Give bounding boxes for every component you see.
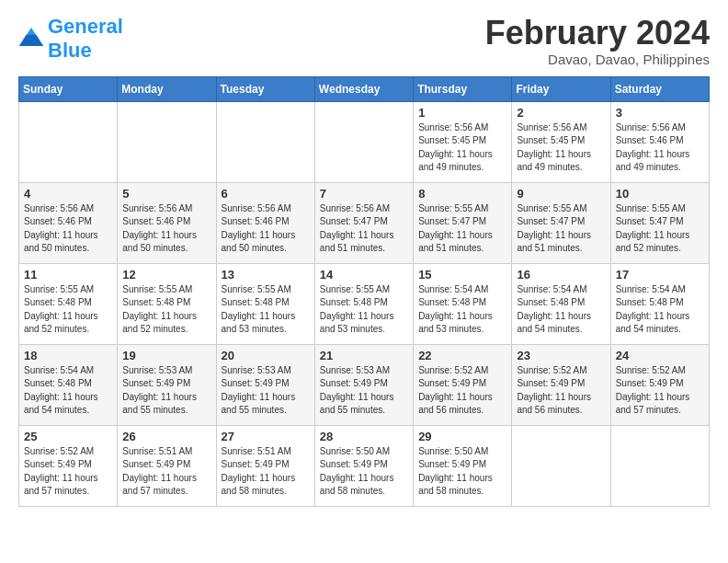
day-detail: Sunrise: 5:52 AM Sunset: 5:49 PM Dayligh…	[517, 364, 605, 418]
svg-marker-1	[19, 35, 43, 46]
logo-text1: General	[48, 15, 123, 38]
day-detail: Sunrise: 5:55 AM Sunset: 5:48 PM Dayligh…	[122, 283, 210, 337]
day-number: 18	[24, 349, 112, 362]
calendar-cell	[216, 101, 314, 182]
day-detail: Sunrise: 5:52 AM Sunset: 5:49 PM Dayligh…	[24, 445, 112, 499]
logo: General Blue	[18, 15, 123, 63]
logo-icon	[18, 28, 44, 46]
day-detail: Sunrise: 5:51 AM Sunset: 5:49 PM Dayligh…	[122, 445, 210, 499]
calendar-cell: 5Sunrise: 5:56 AM Sunset: 5:46 PM Daylig…	[118, 182, 216, 263]
header-day-thursday: Thursday	[414, 76, 512, 101]
calendar-table: SundayMondayTuesdayWednesdayThursdayFrid…	[18, 76, 710, 507]
day-detail: Sunrise: 5:54 AM Sunset: 5:48 PM Dayligh…	[616, 283, 704, 337]
day-number: 17	[616, 268, 704, 282]
header-day-sunday: Sunday	[19, 76, 118, 101]
header-day-wednesday: Wednesday	[314, 76, 413, 101]
calendar-cell: 1Sunrise: 5:56 AM Sunset: 5:45 PM Daylig…	[414, 101, 512, 182]
calendar-cell: 19Sunrise: 5:53 AM Sunset: 5:49 PM Dayli…	[118, 344, 216, 425]
day-detail: Sunrise: 5:55 AM Sunset: 5:47 PM Dayligh…	[418, 202, 506, 256]
week-row-5: 25Sunrise: 5:52 AM Sunset: 5:49 PM Dayli…	[19, 425, 710, 506]
day-detail: Sunrise: 5:51 AM Sunset: 5:49 PM Dayligh…	[222, 445, 310, 499]
day-detail: Sunrise: 5:56 AM Sunset: 5:45 PM Dayligh…	[517, 121, 605, 175]
day-number: 6	[222, 187, 310, 201]
day-number: 24	[616, 349, 704, 362]
day-detail: Sunrise: 5:50 AM Sunset: 5:49 PM Dayligh…	[418, 445, 506, 499]
calendar-cell: 14Sunrise: 5:55 AM Sunset: 5:48 PM Dayli…	[314, 263, 413, 344]
day-detail: Sunrise: 5:56 AM Sunset: 5:47 PM Dayligh…	[320, 202, 408, 256]
calendar-cell	[610, 425, 709, 506]
calendar-cell: 22Sunrise: 5:52 AM Sunset: 5:49 PM Dayli…	[414, 344, 512, 425]
calendar-cell: 23Sunrise: 5:52 AM Sunset: 5:49 PM Dayli…	[512, 344, 610, 425]
calendar-cell: 18Sunrise: 5:54 AM Sunset: 5:48 PM Dayli…	[19, 344, 118, 425]
day-number: 27	[222, 430, 310, 443]
day-number: 15	[418, 268, 506, 282]
week-row-3: 11Sunrise: 5:55 AM Sunset: 5:48 PM Dayli…	[19, 263, 710, 344]
calendar-cell: 9Sunrise: 5:55 AM Sunset: 5:47 PM Daylig…	[512, 182, 610, 263]
day-detail: Sunrise: 5:55 AM Sunset: 5:48 PM Dayligh…	[222, 283, 310, 337]
day-detail: Sunrise: 5:55 AM Sunset: 5:47 PM Dayligh…	[616, 202, 704, 256]
week-row-2: 4Sunrise: 5:56 AM Sunset: 5:46 PM Daylig…	[19, 182, 710, 263]
day-detail: Sunrise: 5:55 AM Sunset: 5:47 PM Dayligh…	[517, 202, 605, 256]
day-number: 9	[517, 187, 605, 201]
calendar-cell: 2Sunrise: 5:56 AM Sunset: 5:45 PM Daylig…	[512, 101, 610, 182]
calendar-cell: 10Sunrise: 5:55 AM Sunset: 5:47 PM Dayli…	[610, 182, 709, 263]
calendar-cell: 15Sunrise: 5:54 AM Sunset: 5:48 PM Dayli…	[414, 263, 512, 344]
day-detail: Sunrise: 5:53 AM Sunset: 5:49 PM Dayligh…	[122, 364, 210, 418]
calendar-cell: 25Sunrise: 5:52 AM Sunset: 5:49 PM Dayli…	[19, 425, 118, 506]
calendar-cell: 16Sunrise: 5:54 AM Sunset: 5:48 PM Dayli…	[512, 263, 610, 344]
calendar-cell: 8Sunrise: 5:55 AM Sunset: 5:47 PM Daylig…	[414, 182, 512, 263]
day-number: 21	[320, 349, 408, 362]
day-detail: Sunrise: 5:56 AM Sunset: 5:46 PM Dayligh…	[24, 202, 112, 256]
day-detail: Sunrise: 5:56 AM Sunset: 5:46 PM Dayligh…	[122, 202, 210, 256]
day-detail: Sunrise: 5:56 AM Sunset: 5:46 PM Dayligh…	[222, 202, 310, 256]
day-number: 23	[517, 349, 605, 362]
title-area: February 2024 Davao, Davao, Philippines	[485, 15, 710, 67]
day-detail: Sunrise: 5:54 AM Sunset: 5:48 PM Dayligh…	[517, 283, 605, 337]
week-row-4: 18Sunrise: 5:54 AM Sunset: 5:48 PM Dayli…	[19, 344, 710, 425]
week-row-1: 1Sunrise: 5:56 AM Sunset: 5:45 PM Daylig…	[19, 101, 710, 182]
day-number: 20	[222, 349, 310, 362]
day-number: 14	[320, 268, 408, 282]
day-number: 5	[122, 187, 210, 201]
calendar-cell: 11Sunrise: 5:55 AM Sunset: 5:48 PM Dayli…	[19, 263, 118, 344]
calendar-cell: 20Sunrise: 5:53 AM Sunset: 5:49 PM Dayli…	[216, 344, 314, 425]
calendar-cell: 4Sunrise: 5:56 AM Sunset: 5:46 PM Daylig…	[19, 182, 118, 263]
logo-text2: Blue	[48, 39, 92, 62]
day-number: 12	[122, 268, 210, 282]
calendar-cell: 26Sunrise: 5:51 AM Sunset: 5:49 PM Dayli…	[118, 425, 216, 506]
calendar-body: 1Sunrise: 5:56 AM Sunset: 5:45 PM Daylig…	[19, 101, 710, 506]
day-number: 8	[418, 187, 506, 201]
calendar-cell: 17Sunrise: 5:54 AM Sunset: 5:48 PM Dayli…	[610, 263, 709, 344]
location-subtitle: Davao, Davao, Philippines	[485, 52, 710, 67]
calendar-cell: 3Sunrise: 5:56 AM Sunset: 5:46 PM Daylig…	[610, 101, 709, 182]
day-number: 19	[122, 349, 210, 362]
header-day-friday: Friday	[512, 76, 610, 101]
day-number: 28	[320, 430, 408, 443]
page-header: General Blue February 2024 Davao, Davao,…	[18, 15, 710, 67]
day-number: 16	[517, 268, 605, 282]
day-number: 13	[222, 268, 310, 282]
day-number: 4	[24, 187, 112, 201]
day-detail: Sunrise: 5:56 AM Sunset: 5:46 PM Dayligh…	[616, 121, 704, 175]
day-number: 1	[418, 106, 506, 120]
day-detail: Sunrise: 5:50 AM Sunset: 5:49 PM Dayligh…	[320, 445, 408, 499]
calendar-cell	[19, 101, 118, 182]
day-detail: Sunrise: 5:54 AM Sunset: 5:48 PM Dayligh…	[24, 364, 112, 418]
day-detail: Sunrise: 5:55 AM Sunset: 5:48 PM Dayligh…	[320, 283, 408, 337]
day-number: 29	[418, 430, 506, 443]
calendar-cell: 28Sunrise: 5:50 AM Sunset: 5:49 PM Dayli…	[314, 425, 413, 506]
day-number: 10	[616, 187, 704, 201]
day-detail: Sunrise: 5:52 AM Sunset: 5:49 PM Dayligh…	[616, 364, 704, 418]
header-day-tuesday: Tuesday	[216, 76, 314, 101]
day-detail: Sunrise: 5:54 AM Sunset: 5:48 PM Dayligh…	[418, 283, 506, 337]
day-detail: Sunrise: 5:53 AM Sunset: 5:49 PM Dayligh…	[320, 364, 408, 418]
day-number: 26	[122, 430, 210, 443]
header-day-saturday: Saturday	[610, 76, 709, 101]
day-number: 7	[320, 187, 408, 201]
calendar-cell: 24Sunrise: 5:52 AM Sunset: 5:49 PM Dayli…	[610, 344, 709, 425]
calendar-cell: 6Sunrise: 5:56 AM Sunset: 5:46 PM Daylig…	[216, 182, 314, 263]
header-day-monday: Monday	[118, 76, 216, 101]
calendar-cell: 7Sunrise: 5:56 AM Sunset: 5:47 PM Daylig…	[314, 182, 413, 263]
calendar-cell: 21Sunrise: 5:53 AM Sunset: 5:49 PM Dayli…	[314, 344, 413, 425]
day-number: 25	[24, 430, 112, 443]
